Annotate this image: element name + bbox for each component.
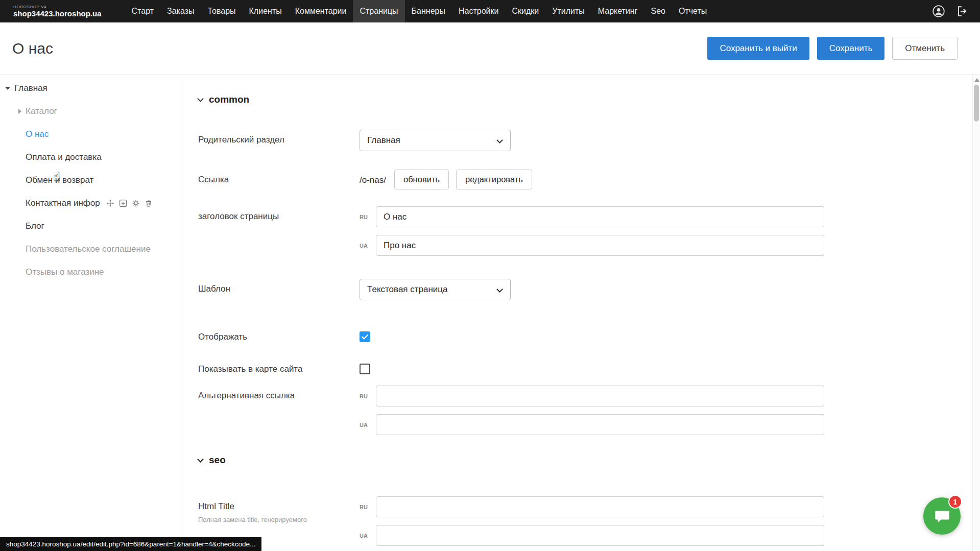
add-page-icon[interactable] xyxy=(119,199,127,207)
status-url-bar: shop34423.horoshop.ua/edit/edit.php?id=6… xyxy=(0,537,261,551)
move-icon[interactable] xyxy=(106,199,114,207)
field-display: Отображать xyxy=(198,327,980,342)
workspace: Главная Каталог О нас Оплата и доставка … xyxy=(0,74,980,551)
menu-item-utilities[interactable]: Утилиты xyxy=(545,0,591,22)
menu-item-banners[interactable]: Баннеры xyxy=(405,0,452,22)
tree-item-label: Контактная инфор xyxy=(26,198,100,208)
brand-version: HOROSHOP V4 xyxy=(13,5,102,9)
chevron-right-icon[interactable] xyxy=(18,109,21,114)
tree-item-label: Главная xyxy=(14,83,47,93)
template-select[interactable]: Текстовая страница xyxy=(360,279,511,300)
html-title-ru-input[interactable] xyxy=(376,496,824,517)
delete-trash-icon[interactable] xyxy=(145,199,153,207)
sidebar-item-otzyvy-o-magazine[interactable]: Отзывы о магазине xyxy=(0,260,180,283)
display-checkbox[interactable] xyxy=(360,331,370,342)
field-sitemap: Показывать в карте сайта xyxy=(198,359,980,374)
sidebar-item-obmen-i-vozvrat[interactable]: Обмен и возврат xyxy=(0,169,180,191)
field-label: Отображать xyxy=(198,327,360,342)
logout-icon[interactable] xyxy=(955,5,969,18)
user-account-icon[interactable] xyxy=(932,5,945,18)
tree-item-label: Оплата и доставка xyxy=(26,152,102,162)
field-html-title: Html Title Полная замена title, генериру… xyxy=(198,496,980,546)
menu-item-products[interactable]: Товары xyxy=(201,0,243,22)
lang-row-ua: UA xyxy=(360,235,824,256)
topbar-icons xyxy=(932,5,980,18)
vertical-scrollbar[interactable] xyxy=(972,75,980,551)
page-title-ua-input[interactable] xyxy=(376,235,824,256)
settings-gear-icon[interactable] xyxy=(132,199,140,207)
scrollbar-thumb[interactable] xyxy=(974,85,979,122)
section-title: common xyxy=(209,94,249,105)
collapse-chevron-icon xyxy=(197,456,204,463)
lang-row-ua: UA xyxy=(360,525,824,546)
chat-unread-badge: 1 xyxy=(948,495,962,509)
menu-item-marketing[interactable]: Маркетинг xyxy=(591,0,644,22)
chevron-down-icon xyxy=(496,137,503,143)
tree-item-label: Пользовательское соглашение xyxy=(26,244,151,254)
menu-item-pages[interactable]: Страницы xyxy=(353,0,404,22)
menu-item-orders[interactable]: Заказы xyxy=(160,0,201,22)
status-url-text: shop34423.horoshop.ua/edit/edit.php?id=6… xyxy=(6,540,255,548)
page-title: О нас xyxy=(0,40,53,57)
menu-item-settings[interactable]: Настройки xyxy=(452,0,505,22)
field-label-block: Html Title Полная замена title, генериру… xyxy=(198,496,360,524)
sidebar-item-oplata-i-dostavka[interactable]: Оплата и доставка xyxy=(0,146,180,169)
cancel-button[interactable]: Отменить xyxy=(892,37,958,60)
tree-item-actions xyxy=(106,199,153,207)
brand[interactable]: HOROSHOP V4 shop34423.horoshop.ua xyxy=(0,5,125,18)
tree-item-label: Каталог xyxy=(26,106,57,116)
brand-domain: shop34423.horoshop.ua xyxy=(13,9,102,18)
tree-item-label: О нас xyxy=(26,129,49,139)
lang-badge-ua: UA xyxy=(360,533,376,539)
edit-link-button[interactable]: редактировать xyxy=(456,170,532,189)
select-value: Главная xyxy=(367,135,400,146)
select-value: Текстовая страница xyxy=(367,284,448,295)
menu-item-start[interactable]: Старт xyxy=(125,0,160,22)
section-common-header[interactable]: common xyxy=(198,94,980,105)
sidebar-item-kontaktnaya-infor[interactable]: Контактная инфор xyxy=(0,191,180,214)
menu-item-comments[interactable]: Комментарии xyxy=(289,0,353,22)
field-hint: Полная замена title, генерируемого xyxy=(198,516,344,524)
tree-item-label: Блог xyxy=(26,221,44,231)
parent-section-select[interactable]: Главная xyxy=(360,130,511,151)
menu-item-clients[interactable]: Клиенты xyxy=(243,0,289,22)
lang-badge-ru: RU xyxy=(360,504,376,510)
alt-link-ua-input[interactable] xyxy=(376,414,824,435)
section-title: seo xyxy=(209,454,226,466)
field-label: заголовок страницы xyxy=(198,206,360,222)
sitemap-checkbox[interactable] xyxy=(360,364,370,374)
lang-badge-ua: UA xyxy=(360,422,376,428)
page-edit-form: common Родительский раздел Главная Ссылк… xyxy=(180,75,980,551)
page-header: О нас Сохранить и выйти Сохранить Отмени… xyxy=(0,22,980,74)
lang-inputs: RU UA xyxy=(360,386,824,435)
field-parent-section: Родительский раздел Главная xyxy=(198,130,980,151)
sidebar-item-katalog[interactable]: Каталог xyxy=(0,100,180,123)
field-label: Показывать в карте сайта xyxy=(198,359,360,374)
save-and-exit-button[interactable]: Сохранить и выйти xyxy=(707,37,809,60)
field-label: Ссылка xyxy=(198,170,360,185)
alt-link-ru-input[interactable] xyxy=(376,386,824,406)
link-path: /o-nas/ xyxy=(360,174,386,185)
menu-item-reports[interactable]: Отчеты xyxy=(672,0,713,22)
lang-row-ru: RU xyxy=(360,386,824,406)
sidebar-item-glavnaya[interactable]: Главная xyxy=(0,77,180,100)
sidebar-item-blog[interactable]: Блог xyxy=(0,214,180,237)
field-alt-link: Альтернативная ссылка RU UA xyxy=(198,386,980,435)
lang-row-ru: RU xyxy=(360,496,824,517)
menu-item-discounts[interactable]: Скидки xyxy=(505,0,545,22)
html-title-ua-input[interactable] xyxy=(376,525,824,546)
chat-widget-button[interactable]: 1 xyxy=(923,497,961,535)
field-label: Родительский раздел xyxy=(198,130,360,145)
page-title-ru-input[interactable] xyxy=(376,206,824,227)
sidebar-item-polzovatelskoe-soglashenie[interactable]: Пользовательское соглашение xyxy=(0,237,180,260)
save-button[interactable]: Сохранить xyxy=(817,37,885,60)
lang-badge-ru: RU xyxy=(360,214,376,220)
section-seo-header[interactable]: seo xyxy=(198,454,980,466)
topbar: HOROSHOP V4 shop34423.horoshop.ua Старт … xyxy=(0,0,980,22)
lang-row-ru: RU xyxy=(360,206,824,227)
refresh-link-button[interactable]: обновить xyxy=(394,170,449,189)
sidebar-item-o-nas[interactable]: О нас xyxy=(0,123,180,146)
chevron-down-icon[interactable] xyxy=(5,87,10,90)
menu-item-seo[interactable]: Seo xyxy=(644,0,672,22)
scroll-up-arrow-icon[interactable] xyxy=(974,78,979,82)
